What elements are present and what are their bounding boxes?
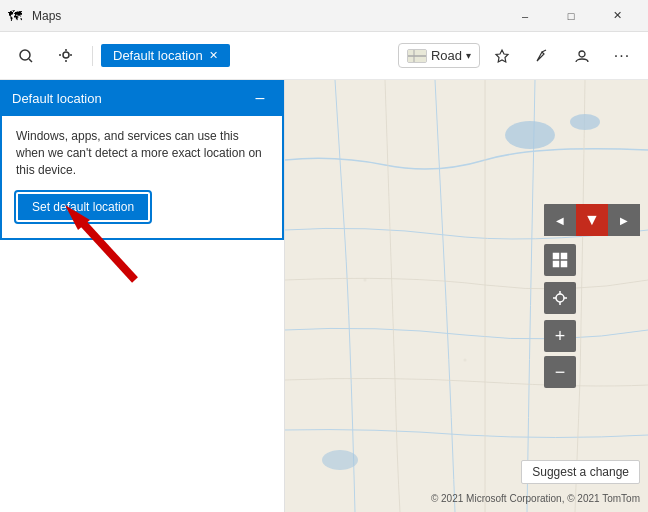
panel-description: Windows, apps, and services can use this… xyxy=(16,128,268,178)
app-icon: 🗺 xyxy=(8,8,22,24)
nav-right-button[interactable]: ▶ xyxy=(608,204,640,236)
svg-point-14 xyxy=(322,450,358,470)
main-content: Default location – Windows, apps, and se… xyxy=(0,80,648,512)
svg-point-16 xyxy=(464,359,467,362)
suggest-change-button[interactable]: Suggest a change xyxy=(521,460,640,484)
svg-point-12 xyxy=(505,121,555,149)
svg-point-22 xyxy=(556,294,564,302)
separator xyxy=(92,46,93,66)
ink-button[interactable] xyxy=(524,38,560,74)
location-icon xyxy=(58,48,74,64)
map-area[interactable]: ◀ ▼ ▶ xyxy=(285,80,648,512)
map-copyright: © 2021 Microsoft Corporation, © 2021 Tom… xyxy=(431,493,640,504)
search-icon xyxy=(18,48,34,64)
map-type-dropdown-icon: ▾ xyxy=(466,50,471,61)
map-type-button[interactable]: Road ▾ xyxy=(398,43,480,68)
map-controls: ◀ ▼ ▶ xyxy=(544,204,640,388)
svg-rect-21 xyxy=(561,261,567,267)
search-button[interactable] xyxy=(8,38,44,74)
account-icon xyxy=(574,48,590,64)
title-bar: 🗺 Maps – □ ✕ xyxy=(0,0,648,32)
minimize-button[interactable]: – xyxy=(502,0,548,32)
ink-icon xyxy=(534,48,550,64)
more-button[interactable]: ··· xyxy=(604,38,640,74)
app-title: Maps xyxy=(28,9,502,23)
set-default-location-button[interactable]: Set default location xyxy=(16,192,150,222)
svg-point-2 xyxy=(63,52,69,58)
panel-minimize-button[interactable]: – xyxy=(248,86,272,110)
svg-marker-6 xyxy=(496,50,508,62)
nav-left-button[interactable]: ◀ xyxy=(544,204,576,236)
svg-line-1 xyxy=(29,59,32,62)
window-controls: – □ ✕ xyxy=(502,0,640,32)
close-button[interactable]: ✕ xyxy=(594,0,640,32)
maximize-button[interactable]: □ xyxy=(548,0,594,32)
panel-header: Default location – xyxy=(0,80,284,116)
svg-line-7 xyxy=(542,50,546,52)
satellite-button[interactable] xyxy=(544,244,576,276)
zoom-in-button[interactable]: + xyxy=(544,320,576,352)
chip-label: Default location xyxy=(113,48,203,63)
nav-center-button[interactable]: ▼ xyxy=(576,204,608,236)
zoom-out-button[interactable]: − xyxy=(544,356,576,388)
map-type-label: Road xyxy=(431,48,462,63)
popup-trigger: Default location ✕ xyxy=(101,44,230,67)
favorite-button[interactable] xyxy=(484,38,520,74)
grid-icon xyxy=(552,252,568,268)
road-map-icon xyxy=(408,50,426,62)
svg-point-0 xyxy=(20,50,30,60)
more-icon: ··· xyxy=(614,47,630,65)
svg-point-8 xyxy=(579,51,585,57)
default-location-chip[interactable]: Default location ✕ xyxy=(101,44,230,67)
nav-controls: ◀ ▼ ▶ xyxy=(544,204,640,236)
svg-rect-20 xyxy=(553,261,559,267)
app-toolbar: Default location ✕ Road ▾ xyxy=(0,32,648,80)
my-location-button[interactable] xyxy=(544,282,576,314)
account-button[interactable] xyxy=(564,38,600,74)
target-icon xyxy=(552,290,568,306)
left-panel: Default location – Windows, apps, and se… xyxy=(0,80,285,512)
svg-rect-18 xyxy=(553,253,559,259)
favorite-icon xyxy=(494,48,510,64)
map-type-icon xyxy=(407,49,427,63)
chip-close[interactable]: ✕ xyxy=(209,49,218,62)
panel-title: Default location xyxy=(12,91,102,106)
svg-point-13 xyxy=(570,114,600,130)
panel-body: Windows, apps, and services can use this… xyxy=(0,116,284,240)
svg-point-15 xyxy=(364,279,367,282)
svg-rect-19 xyxy=(561,253,567,259)
location-button[interactable] xyxy=(48,38,84,74)
